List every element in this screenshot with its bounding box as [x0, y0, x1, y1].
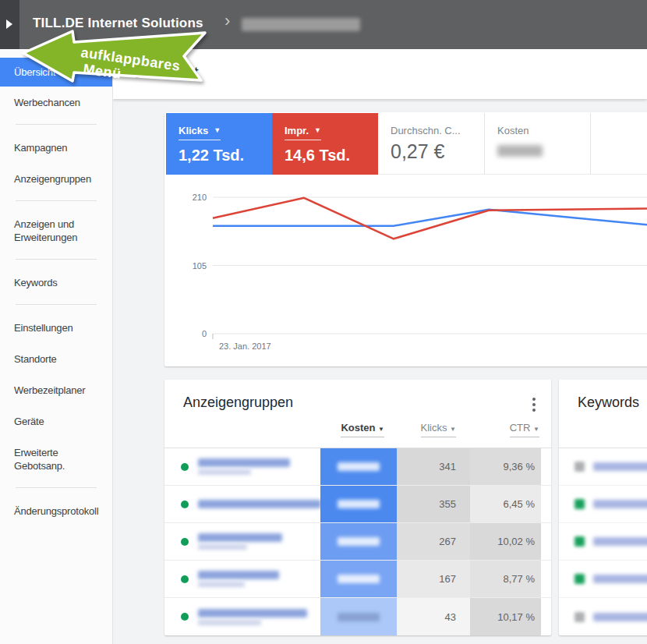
metric-tile-impr[interactable]: Impr.▼14,6 Tsd.: [272, 113, 378, 175]
adgroup-row[interactable]: 4310,17 %: [164, 598, 551, 635]
column-header-cell: Klicks ▼: [397, 420, 470, 437]
sidebar-divider: [16, 200, 97, 201]
adgroup-name-redacted[interactable]: [198, 533, 282, 550]
chart-ytick-label: 105: [193, 261, 207, 271]
sidebar-item-änderungsprotokoll[interactable]: Änderungsprotokoll: [0, 495, 112, 526]
sidebar-divider: [16, 304, 97, 305]
adgroup-row[interactable]: 3556,45 %: [164, 486, 551, 523]
adgroup-name-redacted[interactable]: [198, 458, 290, 475]
keyword-text-redacted[interactable]: [593, 575, 647, 583]
adgroup-row[interactable]: 3419,36 %: [164, 448, 551, 486]
sidebar-item-anzeigengruppen[interactable]: Anzeigengruppen: [0, 163, 112, 194]
klicks-value: 355: [397, 486, 470, 522]
redacted-text-line: [198, 544, 247, 550]
sidebar-item-standorte[interactable]: Standorte: [0, 343, 112, 374]
kosten-value-redacted: [338, 462, 380, 471]
adgroup-name-cell: [164, 448, 320, 485]
row-padding: [541, 523, 551, 560]
app: TILL.DE Internet Solutions › Übersicht Ü…: [0, 0, 647, 644]
keyword-text-redacted[interactable]: [593, 613, 647, 621]
keyword-text-redacted[interactable]: [593, 537, 647, 546]
klicks-value: 43: [397, 598, 470, 635]
dropdown-caret-icon: ▼: [214, 127, 221, 134]
column-header-cell: Kosten ▼: [320, 420, 397, 437]
redacted-text-line: [198, 582, 245, 587]
keyword-text-redacted[interactable]: [593, 462, 647, 471]
keyword-row[interactable]: [559, 486, 647, 523]
status-enabled-icon: [575, 499, 585, 509]
breadcrumb-client-redacted[interactable]: [242, 18, 360, 31]
redacted-text-line: [198, 458, 290, 467]
ctr-value: 10,17 %: [470, 598, 541, 635]
kosten-value-redacted: [338, 537, 380, 546]
sidebar-nav: ÜbersichtWerbechancenKampagnenAnzeigengr…: [0, 49, 113, 644]
status-enabled-icon: [181, 538, 189, 546]
keyword-text-redacted[interactable]: [593, 500, 647, 508]
adgroups-column-headers: Kosten ▼Klicks ▼CTR ▼: [164, 417, 551, 437]
ctr-value: 9,36 %: [470, 448, 541, 485]
metric-tile-durchschn-c[interactable]: Durchschn. C...0,27 €: [378, 113, 484, 175]
sidebar-item-geräte[interactable]: Geräte: [0, 405, 112, 437]
keyword-row[interactable]: [559, 448, 647, 486]
more-options-icon[interactable]: [531, 396, 537, 413]
overview-card: Klicks▼1,22 Tsd.Impr.▼14,6 Tsd.Durchschn…: [164, 112, 647, 366]
metric-value: 1,22 Tsd.: [179, 147, 272, 165]
kosten-cell: [320, 486, 397, 522]
keyword-row[interactable]: [559, 561, 647, 598]
ctr-value: 8,77 %: [470, 561, 541, 597]
adgroup-name-cell: [164, 523, 320, 560]
sidebar-item-anzeigen-und-erweiterungen[interactable]: Anzeigen und Erweiterungen: [0, 208, 112, 253]
kosten-cell: [320, 598, 397, 635]
column-header-klicks[interactable]: Klicks ▼: [421, 422, 456, 437]
metric-tile-kosten[interactable]: Kosten: [484, 113, 590, 175]
adgroup-name-cell: [164, 486, 320, 522]
adgroup-name-redacted[interactable]: [198, 500, 320, 508]
ctr-value: 10,02 %: [470, 523, 541, 560]
column-header-cell: CTR ▼: [470, 420, 541, 437]
column-header-kosten[interactable]: Kosten ▼: [341, 422, 384, 437]
performance-line-chart: 010521023. Jan. 2017: [164, 175, 647, 366]
status-enabled-icon: [575, 536, 585, 547]
adgroup-name-redacted[interactable]: [198, 609, 307, 625]
metric-label[interactable]: Impr.▼: [285, 125, 321, 140]
kosten-cell: [320, 561, 397, 597]
adgroups-rows: 3419,36 %3556,45 %26710,02 %1678,77 %431…: [164, 448, 551, 635]
sidebar-item-werbezeitplaner[interactable]: Werbezeitplaner: [0, 374, 112, 405]
adgroup-name-cell: [164, 598, 320, 635]
redacted-text-line: [198, 609, 307, 617]
annotation-arrow: aufklappbares Menü: [6, 22, 256, 123]
sidebar-item-erweiterte-gebotsanp[interactable]: Erweiterte Gebotsanp.: [0, 437, 112, 481]
keywords-rows: [559, 448, 647, 635]
metric-label[interactable]: Klicks▼: [179, 125, 221, 140]
row-padding: [541, 598, 551, 635]
status-paused-icon: [575, 612, 585, 622]
sidebar-divider: [16, 124, 97, 125]
adgroup-name-cell: [164, 561, 320, 597]
dropdown-caret-icon: ▼: [314, 127, 321, 134]
kosten-value-redacted: [338, 575, 380, 583]
sidebar-item-kampagnen[interactable]: Kampagnen: [0, 132, 112, 163]
keywords-title: Keywords: [578, 395, 639, 411]
status-enabled-icon: [181, 463, 189, 471]
adgroup-row[interactable]: 26710,02 %: [164, 523, 551, 561]
redacted-text-line: [198, 500, 320, 508]
sort-caret-icon: ▼: [378, 426, 384, 433]
metric-tiles-filler: [590, 113, 647, 175]
sidebar-item-einstellungen[interactable]: Einstellungen: [0, 312, 112, 343]
klicks-value: 167: [397, 561, 470, 597]
chart-ytick-label: 0: [202, 329, 207, 338]
status-enabled-icon: [181, 575, 189, 583]
keyword-row[interactable]: [559, 523, 647, 561]
keyword-row[interactable]: [559, 598, 647, 635]
metric-value: 0,27 €: [391, 140, 484, 163]
sidebar-item-keywords[interactable]: Keywords: [0, 267, 112, 298]
adgroup-row[interactable]: 1678,77 %: [164, 561, 551, 598]
status-enabled-icon: [181, 613, 189, 621]
column-header-ctr[interactable]: CTR ▼: [510, 422, 539, 437]
adgroup-name-redacted[interactable]: [198, 571, 279, 587]
row-padding: [541, 486, 551, 522]
status-enabled-icon: [181, 501, 189, 508]
redacted-text-line: [198, 571, 279, 579]
keywords-card: Keywords: [559, 380, 647, 635]
redacted-text-line: [198, 533, 282, 542]
